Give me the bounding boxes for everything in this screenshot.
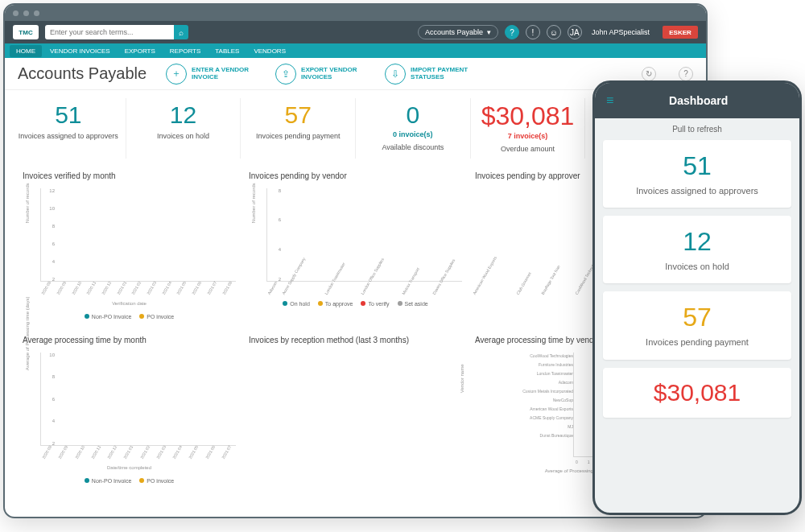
mobile-kpi-value: 57 [609, 303, 785, 332]
action-enter-a-vendor-invoice[interactable]: ＋ENTER A VENDOR INVOICE [166, 64, 256, 85]
chart-title: Invoices verified by month [23, 171, 236, 180]
page-help-button[interactable]: ? [679, 67, 693, 81]
x-axis-label: Date/time completed [23, 465, 236, 470]
legend-item: On hold [283, 301, 310, 307]
kpi-value: $30,081 [474, 103, 582, 129]
mobile-kpi-value: 12 [609, 227, 785, 257]
mobile-kpi-card[interactable]: 57Invoices pending payment [603, 291, 791, 359]
nav-tab-tables[interactable]: TABLES [208, 45, 246, 57]
chart-plot: Number of records121086422020 082020 092… [40, 188, 236, 293]
window-titlebar [5, 5, 706, 21]
chart-plot: Number of records8642AdacomAcme Supply C… [266, 188, 462, 293]
legend-item: Set aside [398, 301, 428, 307]
chart-panel: Invoices pending by vendorNumber of reco… [246, 167, 465, 324]
kpi-value: 51 [14, 103, 122, 127]
action-label: IMPORT PAYMENT STATUSES [411, 67, 475, 81]
search-wrap: ⌕ [45, 25, 188, 39]
action-label: EXPORT VENDOR INVOICES [301, 67, 365, 81]
chart-legend: Non-PO InvoicePO invoice [23, 314, 236, 320]
kpi-label: Invoices pending payment [244, 132, 352, 141]
kpi-card[interactable]: 00 invoice(s)Available discounts [355, 98, 470, 159]
hamburger-icon[interactable]: ≡ [606, 93, 613, 108]
kpi-link[interactable]: 7 invoice(s) [474, 132, 582, 140]
mobile-kpi-value: $30,081 [609, 379, 785, 406]
y-axis-label: Number of records [251, 183, 256, 223]
mobile-kpi-label: Invoices on hold [609, 262, 785, 272]
y-axis-categories: CoolWood TechnologiesFurniture Industrie… [485, 353, 573, 457]
kpi-card[interactable]: 57Invoices pending payment [240, 98, 355, 159]
chart-title: Average processing time by month [23, 336, 236, 344]
mobile-kpi-card[interactable]: 12Invoices on hold [603, 216, 791, 283]
chart-title: Invoices by reception method (last 3 mon… [249, 336, 462, 344]
kpi-value: 0 [359, 103, 467, 127]
profile-icon[interactable]: ☺ [547, 25, 561, 39]
search-icon: ⌕ [179, 28, 184, 37]
kpi-card[interactable]: 12Invoices on hold [126, 98, 241, 159]
chart-legend: On holdTo approveTo verifySet aside [249, 301, 462, 307]
vendor-badge: ESKER [663, 26, 698, 39]
y-axis-label: Average of Processing time (days) [25, 296, 30, 370]
mobile-kpi-label: Invoices assigned to approvers [609, 186, 785, 196]
kpi-card[interactable]: 51Invoices assigned to approvers [11, 98, 126, 159]
x-axis-ticks: 2020 082020 092020 102020 112020 122021 … [40, 293, 236, 298]
mobile-kpi-label: Invoices pending payment [609, 337, 785, 348]
nav-tab-vendor-invoices[interactable]: VENDOR INVOICES [43, 45, 117, 57]
kpi-label: Overdue amount [474, 145, 582, 154]
module-selector-label: Accounts Payable [425, 28, 483, 36]
user-name: John APSpecialist [592, 28, 650, 36]
action-import-payment-statuses[interactable]: ⇩IMPORT PAYMENT STATUSES [385, 64, 475, 85]
help-icon[interactable]: ? [505, 25, 519, 39]
kpi-label: Available discounts [359, 143, 467, 152]
search-input[interactable] [45, 25, 174, 39]
nav-tab-exports[interactable]: EXPORTS [118, 45, 162, 57]
legend-item: PO invoice [139, 314, 174, 320]
mobile-header: ≡ Dashboard [595, 83, 799, 118]
x-axis-ticks: AdacomAcme Supply CompanyLondon Toastmas… [266, 293, 462, 298]
user-avatar[interactable]: JA [568, 25, 582, 39]
notifications-icon[interactable]: ! [526, 25, 540, 39]
kpi-card[interactable]: $30,0817 invoice(s)Overdue amount [470, 98, 585, 159]
mobile-kpi-card[interactable]: $30,081 [603, 368, 791, 418]
kpi-link[interactable]: 0 invoice(s) [359, 130, 467, 138]
x-axis-ticks: 2020 082020 092020 102020 112020 122021 … [40, 457, 236, 462]
y-axis-label: Vendor name [460, 364, 464, 393]
chart-panel: Invoices verified by monthNumber of reco… [19, 167, 239, 324]
kpi-value: 57 [244, 103, 352, 127]
pull-to-refresh-label: Pull to refresh [595, 118, 799, 140]
nav-tab-vendors[interactable]: VENDORS [247, 45, 292, 57]
primary-nav: HOMEVENDOR INVOICESEXPORTSREPORTSTABLESV… [5, 43, 706, 58]
kpi-value: 12 [130, 103, 237, 127]
mobile-title: Dashboard [625, 94, 772, 107]
nav-tab-reports[interactable]: REPORTS [163, 45, 208, 57]
action-export-vendor-invoices[interactable]: ⇪EXPORT VENDOR INVOICES [275, 64, 365, 85]
chart-panel: Average processing time by monthAverage … [19, 331, 239, 489]
window-dot [23, 10, 29, 16]
legend-item: To approve [318, 301, 353, 307]
module-selector[interactable]: Accounts Payable ▾ [418, 25, 498, 39]
mobile-kpi-card[interactable]: 51Invoices assigned to approvers [603, 140, 791, 208]
window-dot [13, 10, 19, 16]
chart-plot: Average of Processing time (days)1086422… [40, 353, 236, 457]
action-icon: ⇩ [385, 64, 406, 85]
nav-tab-home[interactable]: HOME [10, 45, 42, 57]
action-icon: ⇪ [275, 64, 296, 85]
mobile-preview: ≡ Dashboard Pull to refresh 51Invoices a… [592, 80, 802, 515]
kpi-label: Invoices assigned to approvers [14, 132, 122, 141]
action-label: ENTER A VENDOR INVOICE [192, 67, 256, 81]
legend-item: Non-PO Invoice [85, 314, 131, 320]
window-dot [34, 10, 39, 16]
refresh-button[interactable]: ↻ [642, 67, 656, 81]
chart-panel: Invoices by reception method (last 3 mon… [246, 331, 465, 489]
topbar: TMC ⌕ Accounts Payable ▾ ? ! ☺ JA John A… [5, 21, 706, 43]
chart-title: Invoices pending by vendor [249, 171, 462, 180]
page-title: Accounts Payable [18, 64, 147, 83]
kpi-label: Invoices on hold [130, 132, 237, 141]
search-button[interactable]: ⌕ [174, 25, 188, 39]
brand-logo[interactable]: TMC [13, 25, 39, 39]
action-icon: ＋ [166, 64, 187, 85]
x-axis-label: Verification date [23, 301, 236, 306]
legend-item: To verify [361, 301, 389, 307]
legend-item: PO invoice [139, 478, 174, 484]
chevron-down-icon: ▾ [487, 28, 491, 36]
legend-item: Non-PO Invoice [85, 478, 131, 484]
